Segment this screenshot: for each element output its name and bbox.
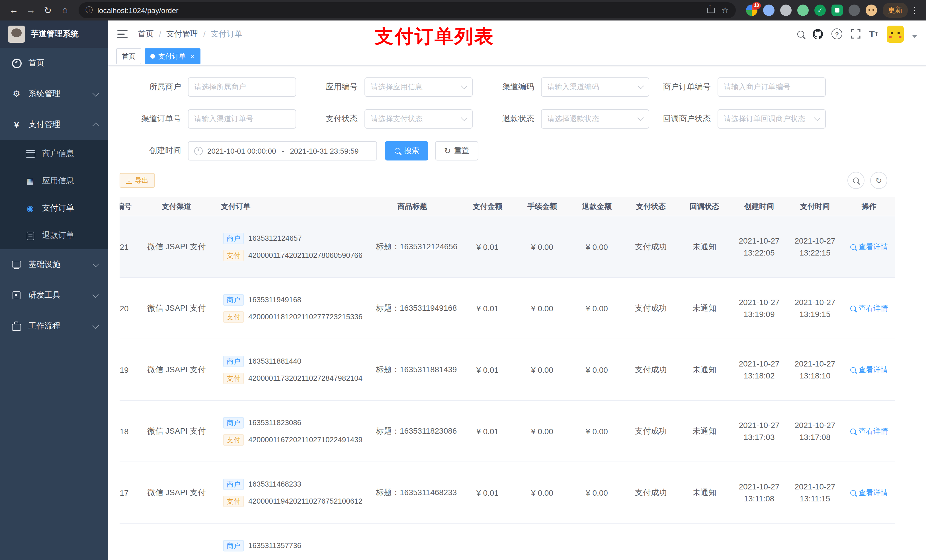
channel-order-no-input[interactable]: 请输入渠道订单号 [188,109,296,128]
hamburger-icon[interactable] [117,30,127,38]
table-row[interactable]: 19 微信 JSAPI 支付 商户 1635311881440 支付 42000… [120,339,895,401]
pay-order-cell: 商户 1635311881440 支付 42000011732021102728… [216,353,365,387]
pay-tag: 支付 [223,311,244,322]
sidebar-item-infrastructure[interactable]: 基础设施 [0,249,108,280]
pay-status-filter-select[interactable]: 请选择支付状态 [365,109,473,128]
user-avatar[interactable] [887,25,904,42]
table-row[interactable]: 18 微信 JSAPI 支付 商户 1635311823086 支付 42000… [120,401,895,462]
site-info-icon[interactable]: ⓘ [85,5,93,15]
table-row[interactable]: 21 微信 JSAPI 支付 商户 1635312124657 支付 42000… [120,216,895,278]
sidebar-item-pay-order[interactable]: ◉ 支付订单 [0,195,108,222]
search-icon[interactable] [797,30,804,37]
merchant-order-no: 1635311949168 [248,295,301,304]
view-detail-link[interactable]: 查看详情 [850,488,888,498]
browser-update-button[interactable]: 更新 [883,3,908,18]
chevron-down-icon [92,291,99,298]
gear-icon: ⚙ [11,89,22,99]
extension-icon-blue[interactable] [763,5,775,16]
browser-back-button[interactable]: ← [6,2,22,18]
toggle-search-button[interactable] [847,172,864,189]
pay-status-cell: 支付成功 [624,365,678,375]
browser-home-button[interactable]: ⌂ [57,2,73,18]
merchant-order-no-input[interactable]: 请输入商户订单编号 [717,77,826,97]
sidebar-item-payment[interactable]: ¥ 支付管理 [0,109,108,140]
extension-icon-colorwheel[interactable]: 10 [746,5,757,16]
avatar-caret-icon[interactable] [912,35,917,38]
export-button[interactable]: ↓ 导出 [120,173,155,188]
document-icon [25,231,35,240]
tab-home[interactable]: 首页 [116,48,141,64]
sidebar-item-app-info[interactable]: ▦ 应用信息 [0,167,108,195]
channel-pay-no: 4200001167202110271022491439 [248,435,363,444]
view-detail-link[interactable]: 查看详情 [850,426,888,436]
tool-icon [11,291,22,299]
tab-pay-order[interactable]: 支付订单 × [145,48,200,64]
merchant-order-no: 1635311357736 [248,541,301,550]
sidebar-item-home[interactable]: 首页 [0,48,108,78]
view-detail-link[interactable]: 查看详情 [850,303,888,313]
app-logo[interactable]: 芋道管理系统 [0,21,108,48]
table-row[interactable]: 商户 1635311357736 [120,524,895,560]
channel-pay-no: 4200001181202110277723215336 [248,312,363,321]
app-title: 芋道管理系统 [31,29,79,39]
sidebar-item-system[interactable]: ⚙ 系统管理 [0,78,108,109]
sidebar-item-merchant-info[interactable]: 商户信息 [0,140,108,167]
browser-profile-avatar[interactable] [865,5,877,16]
reset-button[interactable]: ↻ 重置 [435,141,478,160]
app-no-filter-select[interactable]: 请选择应用信息 [365,77,473,97]
share-icon[interactable] [707,8,714,13]
close-tab-icon[interactable]: × [190,53,195,60]
channel-code-filter-select[interactable]: 请输入渠道编码 [541,77,649,97]
refresh-table-button[interactable]: ↻ [870,172,887,189]
github-icon[interactable] [813,29,823,39]
extension-icon-gray[interactable] [780,5,791,16]
refund-status-filter-select[interactable]: 请选择退款状态 [541,109,649,128]
pay-status-cell: 支付成功 [624,488,678,498]
sidebar-item-dev-tools[interactable]: 研发工具 [0,280,108,311]
chevron-down-icon [637,83,644,89]
pay-amount-cell: ¥ 0.01 [460,488,515,497]
help-icon[interactable]: ? [831,29,842,39]
filter-field-refund-status: 退款状态 请选择退款状态 [473,109,649,128]
merchant-order-no: 1635311823086 [248,418,301,427]
product-title-cell: 标题：1635311881439 [365,365,460,375]
create-time-cell: 2021-10-2713:18:02 [731,358,787,382]
chevron-down-icon [92,90,99,97]
sidebar-item-workflow[interactable]: 工作流程 [0,311,108,341]
browser-menu-icon[interactable]: ⋮ [909,5,920,15]
search-button[interactable]: 搜索 [385,141,428,160]
sidebar-item-refund-order[interactable]: 退款订单 [0,222,108,249]
table-row[interactable]: 17 微信 JSAPI 支付 商户 1635311468233 支付 42000… [120,462,895,524]
browser-reload-button[interactable]: ↻ [40,2,56,18]
order-id-cell: 21 [120,242,137,251]
browser-forward-button[interactable]: → [23,2,39,18]
breadcrumb-current: 支付订单 [211,29,243,39]
order-id-cell: 18 [120,427,137,436]
pay-amount-cell: ¥ 0.01 [460,365,515,374]
record-icon: ◉ [25,204,35,213]
view-detail-link[interactable]: 查看详情 [850,365,888,375]
extension-icon-green[interactable] [797,5,809,16]
pay-time-cell: 2021-10-2713:11:15 [787,481,843,504]
pay-order-cell: 商户 1635311468233 支付 42000011942021102767… [216,475,365,510]
fullscreen-icon[interactable] [851,29,861,39]
font-size-icon[interactable]: TT [869,29,878,39]
create-time-range-picker[interactable]: 2021-10-01 00:00:00 - 2021-10-31 23:59:5… [188,141,377,160]
breadcrumb-payment[interactable]: 支付管理 [166,29,198,39]
merchant-filter-input[interactable]: 请选择所属商户 [188,77,296,97]
view-detail-link[interactable]: 查看详情 [850,242,888,252]
refund-amount-cell: ¥ 0.00 [569,427,624,436]
extension-icon-square[interactable] [831,5,843,16]
extension-icon-dark[interactable] [849,5,860,16]
table-row[interactable]: 20 微信 JSAPI 支付 商户 1635311949168 支付 42000… [120,278,895,339]
bookmark-star-icon[interactable]: ☆ [721,5,729,15]
pay-tag: 支付 [223,434,244,445]
pay-tag: 支付 [223,249,244,261]
breadcrumb-home[interactable]: 首页 [138,29,154,39]
notify-status-filter-select[interactable]: 请选择订单回调商户状态 [717,109,826,128]
extension-icon-check[interactable]: ✓ [814,5,826,16]
address-bar[interactable]: ⓘ localhost:1024/pay/order ☆ [79,2,736,18]
order-id-cell: 17 [120,488,137,497]
top-header: 首页 / 支付管理 / 支付订单 支付订单列表 ? TT [108,21,926,47]
filter-field-merchant: 所属商户 请选择所属商户 [120,77,296,97]
